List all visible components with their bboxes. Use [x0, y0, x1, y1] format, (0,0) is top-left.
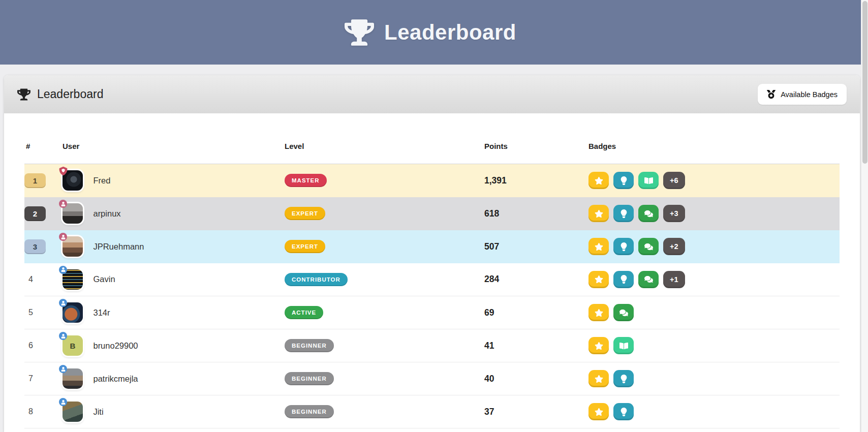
badges-cell: +6 — [588, 172, 840, 189]
table-row: 5 314r ACTIVE 69 — [24, 296, 840, 329]
star-badge-icon[interactable] — [588, 271, 609, 288]
lightbulb-badge-icon[interactable] — [613, 271, 634, 288]
comments-badge-icon[interactable] — [638, 271, 659, 288]
table-row: 7 patrikcmejla BEGINNER 40 — [24, 362, 840, 395]
avatar[interactable] — [63, 170, 83, 191]
shield-icon — [59, 167, 67, 175]
badges-cell — [588, 304, 840, 321]
card-title: Leaderboard — [37, 87, 103, 101]
lightbulb-badge-icon[interactable] — [613, 370, 634, 387]
user-icon — [59, 332, 67, 340]
points-value: 618 — [484, 197, 588, 230]
table-row: 2 arpinux EXPERT 618 +3 — [24, 197, 840, 230]
comments-badge-icon[interactable] — [613, 304, 634, 321]
table-row: 3 JPRuehmann EXPERT 507 +2 — [24, 230, 840, 263]
username[interactable]: arpinux — [93, 209, 120, 218]
more-badges-count[interactable]: +2 — [663, 238, 685, 255]
star-badge-icon[interactable] — [588, 370, 609, 387]
star-badge-icon[interactable] — [588, 238, 609, 255]
badges-cell — [588, 370, 840, 387]
rank-number: 7 — [24, 374, 33, 383]
leaderboard-table: # User Level Points Badges 1 — [24, 142, 840, 428]
more-badges-count[interactable]: +3 — [663, 205, 685, 222]
avatar[interactable]: B — [63, 335, 83, 356]
level-badge: BEGINNER — [285, 339, 334, 352]
page-banner: Leaderboard — [0, 0, 861, 65]
avatar[interactable] — [63, 302, 83, 323]
username[interactable]: Jiti — [93, 407, 103, 416]
username[interactable]: Gavin — [93, 274, 115, 284]
rank-number: 8 — [24, 407, 33, 416]
badges-cell — [588, 403, 840, 420]
comments-badge-icon[interactable] — [638, 205, 659, 222]
points-value: 284 — [484, 263, 588, 296]
table-row: 6 B bruno29900 BEGINNER 41 — [24, 329, 840, 362]
book-badge-icon[interactable] — [613, 337, 634, 354]
leaderboard-table-wrap: # User Level Points Badges 1 — [4, 113, 860, 428]
level-badge: EXPERT — [285, 207, 325, 220]
lightbulb-badge-icon[interactable] — [613, 403, 634, 420]
rank-badge: 3 — [24, 239, 46, 254]
column-header-points: Points — [484, 142, 588, 164]
trophy-icon — [345, 19, 374, 46]
avatar[interactable] — [63, 402, 83, 422]
comments-badge-icon[interactable] — [638, 238, 659, 255]
user-icon — [59, 266, 67, 274]
more-badges-count[interactable]: +1 — [663, 271, 685, 288]
table-header-row: # User Level Points Badges — [24, 142, 840, 164]
rank-badge: 1 — [24, 173, 46, 188]
rank-badge: 2 — [24, 206, 46, 221]
user-icon — [59, 233, 67, 241]
avatar[interactable] — [63, 236, 83, 257]
user-icon — [59, 200, 67, 208]
user-icon — [59, 398, 67, 406]
available-badges-button[interactable]: Available Badges — [758, 84, 847, 105]
star-badge-icon[interactable] — [588, 205, 609, 222]
card-header: Leaderboard Available Badges — [4, 75, 860, 113]
star-badge-icon[interactable] — [588, 304, 609, 321]
book-badge-icon[interactable] — [638, 172, 659, 189]
username[interactable]: 314r — [93, 308, 110, 317]
user-icon — [59, 365, 67, 373]
points-value: 1,391 — [484, 164, 588, 197]
card-title-wrap: Leaderboard — [17, 87, 103, 101]
lightbulb-badge-icon[interactable] — [613, 205, 634, 222]
username[interactable]: bruno29900 — [93, 341, 138, 350]
rank-number: 4 — [24, 275, 33, 284]
column-header-level: Level — [285, 142, 484, 164]
level-badge: BEGINNER — [285, 372, 334, 385]
scrollbar-track[interactable] — [861, 0, 868, 432]
avatar[interactable] — [63, 368, 83, 389]
table-row: 4 Gavin CONTRIBUTOR 284 +1 — [24, 263, 840, 296]
leaderboard-card: Leaderboard Available Badges # User Leve… — [4, 75, 860, 432]
table-row: 1 Fred MASTER 1,391 +6 — [24, 164, 840, 197]
avatar[interactable] — [63, 203, 83, 224]
badges-cell — [588, 337, 840, 354]
more-badges-count[interactable]: +6 — [663, 172, 685, 189]
level-badge: BEGINNER — [285, 405, 334, 418]
points-value: 41 — [484, 329, 588, 362]
star-badge-icon[interactable] — [588, 172, 609, 189]
scrollbar-thumb[interactable] — [862, 1, 867, 164]
trophy-icon — [17, 88, 30, 101]
lightbulb-badge-icon[interactable] — [613, 172, 634, 189]
lightbulb-badge-icon[interactable] — [613, 238, 634, 255]
available-badges-label: Available Badges — [781, 90, 838, 99]
star-badge-icon[interactable] — [588, 337, 609, 354]
rank-number: 6 — [24, 341, 33, 350]
points-value: 69 — [484, 296, 588, 329]
level-badge: MASTER — [285, 174, 327, 187]
level-badge: ACTIVE — [285, 306, 323, 319]
username[interactable]: JPRuehmann — [93, 242, 144, 251]
star-badge-icon[interactable] — [588, 403, 609, 420]
points-value: 507 — [484, 230, 588, 263]
page-title: Leaderboard — [384, 20, 516, 45]
column-header-user: User — [63, 142, 285, 164]
column-header-badges: Badges — [588, 142, 840, 164]
username[interactable]: Fred — [93, 176, 110, 185]
username[interactable]: patrikcmejla — [93, 374, 138, 383]
table-row: 8 Jiti BEGINNER 37 — [24, 395, 840, 428]
badges-cell: +1 — [588, 271, 840, 288]
badges-cell: +3 — [588, 205, 840, 222]
avatar[interactable] — [63, 269, 83, 290]
